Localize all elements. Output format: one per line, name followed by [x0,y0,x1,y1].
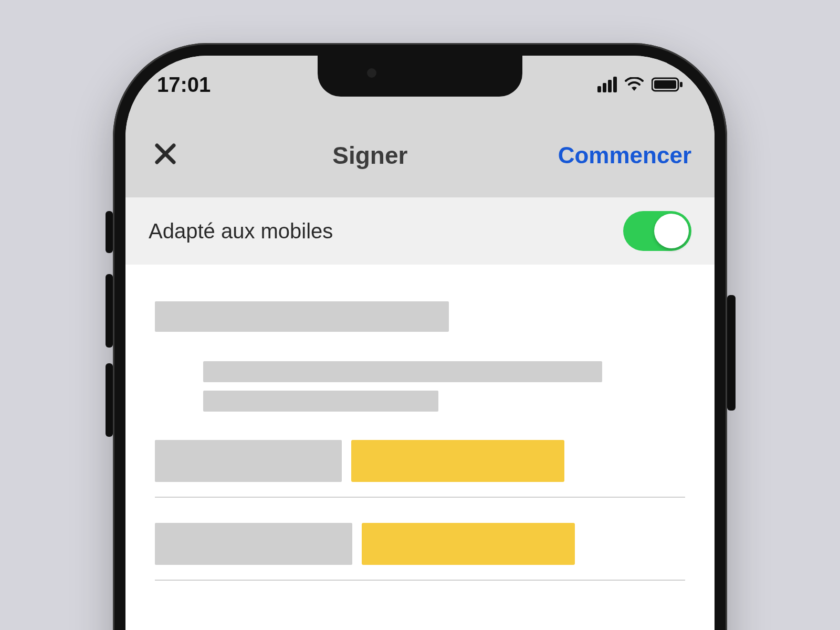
toggle-knob [654,214,689,248]
phone-mute-switch [106,211,113,253]
phone-screen: 17:01 [125,56,715,630]
cellular-signal-icon [596,77,617,92]
divider [155,580,685,581]
start-button[interactable]: Commencer [558,142,691,169]
mobile-friendly-label: Adapté aux mobiles [149,219,333,243]
skeleton-label [155,440,342,482]
svg-rect-2 [680,82,682,87]
wifi-icon [624,77,644,92]
signature-field[interactable] [351,440,564,482]
skeleton-label [155,523,352,565]
phone-notch [318,56,522,97]
phone-power-button [727,295,736,411]
phone-volume-up [106,274,113,348]
skeleton-line [203,361,602,382]
status-time: 17:01 [157,73,211,97]
close-icon[interactable] [149,135,182,175]
document-preview[interactable] [125,265,715,581]
signature-field[interactable] [362,523,575,565]
skeleton-line [155,301,449,332]
mobile-friendly-row: Adapté aux mobiles [125,197,715,265]
form-field-row [155,440,685,482]
phone-frame: 17:01 [113,43,727,630]
phone-volume-down [106,363,113,437]
divider [155,497,685,498]
nav-bar: Signer Commencer [125,113,715,197]
status-icons [596,77,683,92]
battery-icon [652,77,683,92]
svg-rect-1 [654,80,676,89]
skeleton-line [203,391,438,412]
form-field-row [155,523,685,565]
mobile-friendly-toggle[interactable] [623,211,691,251]
page-title: Signer [332,141,407,170]
